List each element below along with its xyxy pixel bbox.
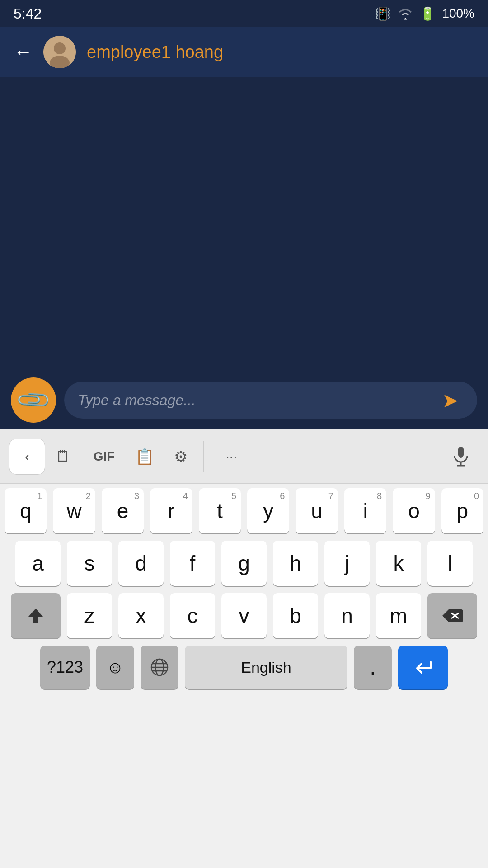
key-h[interactable]: h: [273, 541, 318, 586]
mic-button[interactable]: [443, 439, 479, 475]
message-input[interactable]: [78, 392, 429, 409]
key-emoji[interactable]: ☺: [96, 646, 134, 689]
key-r[interactable]: 4r: [150, 488, 192, 533]
key-q[interactable]: 1q: [5, 488, 47, 533]
sticker-button[interactable]: 🗒: [45, 439, 81, 475]
vibrate-icon: 📳: [375, 6, 391, 21]
key-j[interactable]: j: [324, 541, 370, 586]
key-globe[interactable]: [141, 646, 178, 689]
battery-icon: 🔋: [420, 6, 436, 21]
battery-text: 100%: [442, 6, 474, 21]
key-p[interactable]: 0p: [441, 488, 483, 533]
key-i[interactable]: 8i: [344, 488, 386, 533]
svg-rect-3: [458, 447, 464, 458]
gif-button[interactable]: GIF: [81, 439, 127, 475]
keyboard-toolbar: ‹ 🗒 GIF 📋 ⚙ ···: [0, 429, 488, 484]
attach-button[interactable]: 📎: [11, 377, 56, 423]
key-v[interactable]: v: [221, 593, 267, 638]
more-button[interactable]: ···: [209, 439, 254, 475]
wifi-icon: [397, 7, 413, 20]
enter-icon: [412, 658, 434, 676]
lang-label: English: [241, 659, 291, 676]
key-enter[interactable]: [398, 646, 448, 689]
clipboard-button[interactable]: 📋: [127, 439, 163, 475]
keyboard-back-icon: ‹: [25, 449, 29, 464]
key-row-2: a s d f g h j k l: [5, 541, 483, 586]
key-w[interactable]: 2w: [53, 488, 95, 533]
key-u[interactable]: 7u: [296, 488, 338, 533]
shift-icon: [27, 607, 45, 625]
key-a[interactable]: a: [15, 541, 61, 586]
avatar-icon: [43, 36, 76, 68]
globe-icon: [150, 657, 169, 677]
mic-icon: [453, 446, 469, 467]
key-z[interactable]: z: [67, 593, 112, 638]
gif-label: GIF: [87, 449, 121, 464]
shift-key[interactable]: [11, 593, 61, 638]
key-lang[interactable]: English: [185, 646, 347, 689]
keyboard-area: ‹ 🗒 GIF 📋 ⚙ ···: [0, 429, 488, 868]
key-d[interactable]: d: [118, 541, 164, 586]
avatar: [43, 36, 76, 68]
key-l[interactable]: l: [427, 541, 473, 586]
toolbar-separator: [203, 441, 204, 472]
delete-icon: [441, 608, 463, 624]
message-input-row: 📎 ➤: [0, 371, 488, 429]
key-y[interactable]: 6y: [247, 488, 289, 533]
sticker-icon: 🗒: [56, 448, 71, 465]
keyboard-keys: 1q 2w 3e 4r 5t 6y 7u 8i 9o 0p a s d f g …: [0, 484, 488, 689]
key-row-1: 1q 2w 3e 4r 5t 6y 7u 8i 9o 0p: [5, 488, 483, 533]
more-icon: ···: [225, 449, 237, 464]
key-row-bottom: ?123 ☺ English .: [5, 646, 483, 689]
delete-key[interactable]: [427, 593, 477, 638]
back-button[interactable]: ←: [14, 41, 33, 63]
status-time: 5:42: [14, 5, 42, 22]
key-t[interactable]: 5t: [199, 488, 241, 533]
keyboard-back-button[interactable]: ‹: [9, 439, 45, 475]
key-k[interactable]: k: [376, 541, 421, 586]
key-period[interactable]: .: [354, 646, 392, 689]
key-x[interactable]: x: [118, 593, 164, 638]
emoji-icon: ☺: [107, 658, 124, 677]
nav-bar: ← employee1 hoang: [0, 27, 488, 77]
key-g[interactable]: g: [221, 541, 267, 586]
attach-icon: 📎: [14, 381, 53, 420]
key-c[interactable]: c: [170, 593, 215, 638]
contact-name[interactable]: employee1 hoang: [87, 42, 223, 62]
send-icon: ➤: [442, 389, 459, 412]
key-n[interactable]: n: [324, 593, 370, 638]
clipboard-icon: 📋: [135, 448, 154, 466]
svg-point-1: [54, 42, 66, 54]
settings-icon: ⚙: [174, 448, 188, 466]
settings-button[interactable]: ⚙: [163, 439, 199, 475]
status-bar: 5:42 📳 🔋 100%: [0, 0, 488, 27]
message-input-container: ➤: [64, 382, 477, 419]
key-o[interactable]: 9o: [393, 488, 435, 533]
key-row-3: z x c v b n m: [5, 593, 483, 638]
key-m[interactable]: m: [376, 593, 421, 638]
key-s[interactable]: s: [67, 541, 112, 586]
send-button[interactable]: ➤: [436, 387, 464, 414]
key-f[interactable]: f: [170, 541, 215, 586]
chat-area: [0, 77, 488, 371]
key-e[interactable]: 3e: [102, 488, 144, 533]
key-num[interactable]: ?123: [40, 646, 90, 689]
status-icons: 📳 🔋 100%: [375, 6, 474, 21]
key-b[interactable]: b: [273, 593, 318, 638]
